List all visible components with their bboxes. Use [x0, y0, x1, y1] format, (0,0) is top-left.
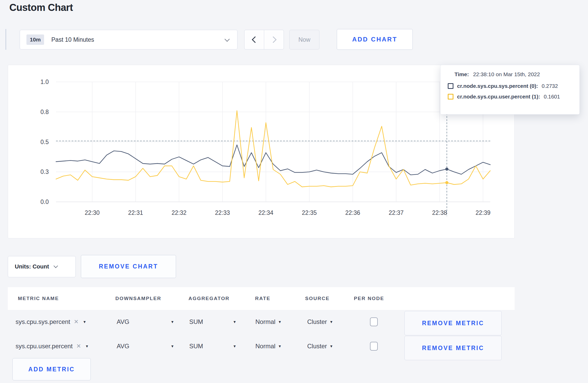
metric-name-value: sys.cpu.sys.percent	[16, 318, 70, 325]
source-value: Cluster	[307, 343, 327, 350]
x-axis-tick-label: 22:37	[389, 209, 404, 216]
chevron-down-icon	[53, 264, 58, 268]
x-axis-tick-label: 22:36	[345, 209, 360, 216]
caret-down-icon: ▼	[233, 320, 236, 324]
x-axis-tick-label: 22:39	[475, 209, 491, 216]
aggregator-value: SUM	[189, 343, 203, 350]
tooltip-series-value: 0.2732	[542, 83, 558, 89]
chart-tooltip: Time:22:38:10 on Mar 15th, 2022 cr.node.…	[440, 65, 580, 115]
caret-down-icon: ▼	[171, 320, 174, 324]
col-header-source: SOURCE	[305, 287, 330, 310]
table-row: sys.cpu.sys.percent ✕ ▼ AVG ▼ SUM ▼ Norm…	[8, 310, 515, 334]
caret-down-icon: ▼	[85, 344, 89, 348]
caret-down-icon: ▼	[278, 344, 282, 348]
downsampler-value: AVG	[117, 343, 129, 350]
metric-name-value: sys.cpu.user.percent	[16, 343, 73, 350]
tooltip-series-name: cr.node.sys.cpu.user.percent (1):	[457, 94, 540, 100]
aggregator-select[interactable]: SUM	[189, 318, 203, 325]
caret-down-icon: ▼	[278, 320, 282, 324]
chart-panel: 0.00.30.50.81.022:3022:3122:3222:3322:34…	[8, 65, 515, 238]
x-axis-tick-label: 22:32	[172, 209, 187, 216]
rate-value: Normal	[255, 343, 275, 350]
col-header-aggregator: AGGREGATOR	[188, 287, 230, 310]
series-line-sys	[56, 145, 490, 175]
x-axis-tick-label: 22:34	[258, 209, 274, 216]
now-button[interactable]: Now	[289, 30, 319, 49]
x-axis-tick-label: 22:38	[432, 209, 447, 216]
col-header-per-node: PER NODE	[354, 287, 384, 310]
remove-metric-button[interactable]: REMOVE METRIC	[404, 336, 502, 360]
downsampler-select[interactable]: AVG	[117, 318, 129, 325]
table-row: sys.cpu.user.percent ✕ ▼ AVG ▼ SUM ▼ Nor…	[8, 334, 515, 358]
metrics-table-header: METRIC NAME DOWNSAMPLER AGGREGATOR RATE …	[8, 287, 515, 310]
time-prev-button[interactable]	[244, 30, 264, 49]
caret-down-icon: ▼	[330, 344, 333, 348]
y-axis-tick-label: 0.8	[40, 109, 49, 115]
y-axis-tick-label: 0.0	[40, 198, 49, 205]
downsampler-value: AVG	[117, 318, 129, 325]
col-header-downsampler: DOWNSAMPLER	[115, 287, 161, 310]
time-range-label: Past 10 Minutes	[51, 36, 94, 43]
series-line-user	[56, 111, 490, 187]
metric-name-select[interactable]: sys.cpu.sys.percent ✕ ▼	[16, 318, 86, 325]
y-axis-tick-label: 0.5	[40, 139, 49, 145]
caret-down-icon: ▼	[233, 344, 236, 348]
time-nav-group	[244, 30, 284, 49]
source-value: Cluster	[307, 318, 327, 325]
hover-dot-sys	[445, 168, 449, 171]
x-axis-tick-label: 22:33	[215, 209, 230, 216]
clear-metric-icon[interactable]: ✕	[76, 343, 81, 350]
hover-dot-user	[445, 181, 449, 184]
chevron-down-icon	[225, 37, 230, 42]
tooltip-series-value: 0.1601	[544, 94, 560, 100]
user-series-swatch-icon	[448, 94, 453, 100]
time-range-badge: 10m	[26, 34, 44, 45]
y-axis-tick-label: 1.0	[40, 79, 49, 85]
sys-series-swatch-icon	[448, 83, 453, 89]
time-range-select[interactable]: 10m Past 10 Minutes	[20, 30, 237, 49]
tooltip-series-row: cr.node.sys.cpu.user.percent (1): 0.1601	[448, 94, 572, 100]
time-next-button[interactable]	[264, 30, 284, 49]
y-axis-tick-label: 0.3	[40, 168, 49, 175]
tooltip-series-row: cr.node.sys.cpu.sys.percent (0): 0.2732	[448, 83, 572, 89]
aggregator-caret[interactable]: ▼	[229, 344, 236, 348]
remove-metric-button[interactable]: REMOVE METRIC	[404, 311, 502, 335]
rate-select[interactable]: Normal ▼	[255, 318, 282, 325]
caret-down-icon: ▼	[171, 344, 174, 348]
per-node-checkbox[interactable]	[370, 317, 378, 326]
col-header-rate: RATE	[255, 287, 270, 310]
caret-down-icon: ▼	[330, 320, 333, 324]
downsampler-caret[interactable]: ▼	[166, 320, 174, 324]
clear-metric-icon[interactable]: ✕	[74, 318, 79, 325]
timeseries-chart[interactable]: 0.00.30.50.81.022:3022:3122:3222:3322:34…	[8, 65, 514, 238]
units-select[interactable]: Units: Count	[8, 256, 76, 277]
add-chart-button[interactable]: ADD CHART	[337, 29, 413, 50]
tooltip-time-label: Time:	[454, 71, 469, 77]
add-metric-button[interactable]: ADD METRIC	[12, 358, 91, 380]
source-select[interactable]: Cluster ▼	[307, 343, 333, 350]
tooltip-series-name: cr.node.sys.cpu.sys.percent (0):	[457, 83, 538, 89]
tooltip-time-value: 22:38:10 on Mar 15th, 2022	[473, 71, 540, 77]
aggregator-value: SUM	[189, 318, 203, 325]
page-title: Custom Chart	[9, 2, 73, 13]
per-node-checkbox[interactable]	[370, 342, 378, 351]
source-select[interactable]: Cluster ▼	[307, 318, 333, 325]
units-label: Units: Count	[15, 263, 49, 270]
rate-select[interactable]: Normal ▼	[255, 343, 282, 350]
aggregator-select[interactable]: SUM	[189, 343, 203, 350]
chevron-right-icon	[270, 36, 276, 43]
x-axis-tick-label: 22:30	[85, 209, 100, 216]
custom-chart-page: Custom Chart 10m Past 10 Minutes Now ADD…	[0, 0, 588, 383]
chevron-left-icon	[252, 36, 258, 43]
downsampler-caret[interactable]: ▼	[166, 344, 174, 348]
x-axis-tick-label: 22:31	[128, 209, 143, 216]
aggregator-caret[interactable]: ▼	[229, 320, 236, 324]
tooltip-time-row: Time:22:38:10 on Mar 15th, 2022	[454, 71, 572, 77]
x-axis-tick-label: 22:35	[302, 209, 317, 216]
toolbar-divider	[5, 29, 6, 50]
downsampler-select[interactable]: AVG	[117, 343, 129, 350]
col-header-metric-name: METRIC NAME	[18, 287, 59, 310]
metric-name-select[interactable]: sys.cpu.user.percent ✕ ▼	[16, 343, 89, 350]
rate-value: Normal	[255, 318, 275, 325]
remove-chart-button[interactable]: REMOVE CHART	[81, 255, 176, 278]
